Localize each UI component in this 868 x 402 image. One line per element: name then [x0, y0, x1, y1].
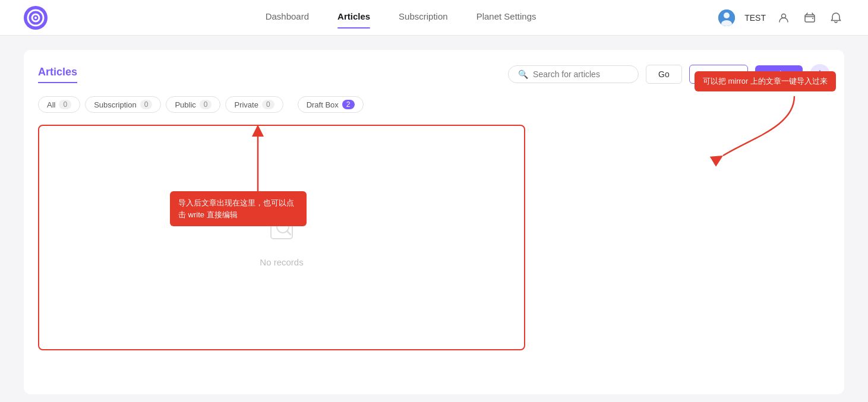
svg-point-3	[34, 17, 37, 19]
tooltip-left: 导入后文章出现在这里，也可以点击 write 直接编辑	[170, 191, 307, 226]
nav-dashboard[interactable]: Dashboard	[266, 11, 309, 24]
filter-public-count: 0	[200, 100, 212, 109]
arrow-right-svg	[705, 90, 824, 162]
notification-icon[interactable]	[828, 10, 844, 26]
main-content: Articles 🔍 Go Category Write	[0, 36, 868, 402]
avatar	[718, 10, 735, 26]
tooltip-right: 可以把 mirror 上的文章一键导入过来	[695, 71, 836, 91]
filter-private-count: 0	[262, 100, 274, 109]
search-input[interactable]	[533, 69, 629, 79]
nav-subscription[interactable]: Subscription	[399, 11, 448, 24]
svg-point-5	[724, 12, 730, 18]
header: Dashboard Articles Subscription Planet S…	[0, 0, 868, 36]
filter-draftbox-count: 2	[342, 100, 355, 109]
search-box[interactable]: 🔍	[508, 65, 639, 83]
header-right: TEST	[718, 10, 844, 26]
go-button[interactable]: Go	[646, 65, 682, 84]
filter-draftbox-label: Draft Box	[307, 100, 339, 109]
content-card: Articles 🔍 Go Category Write	[24, 50, 844, 394]
wallet-icon[interactable]	[801, 10, 818, 26]
tooltip-right-container: 可以把 mirror 上的文章一键导入过来	[695, 71, 836, 162]
filter-all-label: All	[47, 100, 55, 109]
filter-private-label: Private	[234, 100, 258, 109]
filter-subscription-label: Subscription	[94, 100, 137, 109]
no-records-text: No records	[260, 257, 303, 267]
main-nav: Dashboard Articles Subscription Planet S…	[83, 11, 718, 24]
user-name: TEST	[744, 13, 766, 23]
search-icon: 🔍	[518, 69, 528, 79]
filter-subscription[interactable]: Subscription 0	[85, 96, 161, 113]
articles-title: Articles	[38, 66, 77, 83]
filter-all[interactable]: All 0	[38, 96, 80, 113]
user-icon[interactable]	[775, 10, 792, 26]
logo-icon[interactable]	[24, 6, 48, 30]
content-area: 导入后文章出现在这里，也可以点击 write 直接编辑 No records	[38, 125, 525, 350]
nav-planet-settings[interactable]: Planet Settings	[476, 11, 536, 24]
filter-private[interactable]: Private 0	[225, 96, 283, 113]
nav-articles[interactable]: Articles	[337, 11, 370, 24]
filter-all-count: 0	[59, 100, 71, 109]
filter-draftbox[interactable]: Draft Box 2	[298, 96, 364, 113]
filter-public-label: Public	[175, 100, 195, 109]
main-layout: 导入后文章出现在这里，也可以点击 write 直接编辑 No records	[38, 125, 830, 350]
filter-public[interactable]: Public 0	[166, 96, 220, 113]
filter-subscription-count: 0	[140, 100, 153, 109]
